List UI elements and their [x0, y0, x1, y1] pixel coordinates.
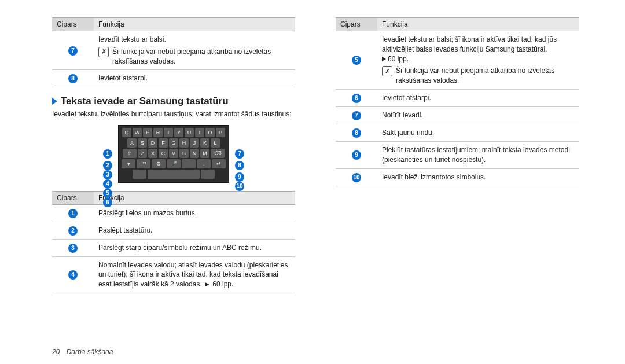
- row-number-badge: 1: [68, 209, 78, 218]
- table-row: 5Ievadiet tekstu ar balsi; šī ikona ir a…: [336, 31, 579, 90]
- table-row: 10Ievadīt bieži izmantotos simbolus.: [336, 168, 579, 186]
- keyboard-key: [148, 170, 200, 179]
- table-row: 7Notīrīt ievadi.: [336, 106, 579, 124]
- row-number-badge: 4: [68, 270, 78, 280]
- section-heading: Teksta ievade ar Samsung tastatūru: [52, 95, 295, 107]
- link-text: 60 lpp.: [388, 55, 409, 63]
- keyboard-key: C: [159, 149, 168, 158]
- th-funkcija: Funkcija: [377, 18, 579, 31]
- keyboard-key: Q: [122, 128, 131, 137]
- keyboard-key: G: [169, 138, 178, 148]
- note-text: Šī funkcija var nebūt pieejama atkarībā …: [112, 47, 291, 67]
- callout-3: 3: [103, 170, 112, 179]
- row-number-badge: 9: [352, 150, 361, 160]
- chevron-right-icon: [52, 98, 57, 105]
- keyboard-key: ⇧: [123, 149, 137, 158]
- th-funkcija: Funkcija: [94, 18, 295, 31]
- note-icon: ✗: [98, 47, 109, 57]
- keyboard-key: L: [211, 138, 220, 148]
- keyboard-key: E: [143, 128, 152, 137]
- callout-9: 9: [235, 172, 244, 182]
- keyboard-key: .: [197, 159, 211, 168]
- keyboard-key: A: [127, 138, 137, 148]
- table-row: 6Ievietot atstarpi.: [336, 89, 579, 106]
- left-column: Cipars Funkcija 7Ievadīt tekstu ar balsi…: [52, 17, 295, 324]
- table-row: 9Piekļūt tastatūras iestatījumiem; mainī…: [336, 141, 579, 168]
- keyboard-key: ⚙: [152, 159, 166, 168]
- table-row: 7Ievadīt tekstu ar balsi.✗Šī funkcija va…: [52, 31, 295, 70]
- section-title-text: Teksta ievade ar Samsung tastatūru: [61, 95, 229, 106]
- cell-text: Notīrīt ievadi.: [382, 111, 574, 120]
- cell-text: Ievadīt tekstu ar balsi.: [98, 35, 291, 45]
- keyboard-key: Z: [138, 149, 147, 158]
- keyboard-key: [201, 170, 215, 179]
- keyboard-key: K: [200, 138, 209, 148]
- virtual-keyboard: QWERTYUIOP ASDFGHJKL ⇧ZXCVBNM⌫ ▾⁞²³⚙🎤.↵: [118, 125, 229, 183]
- callout-8: 8: [235, 161, 244, 170]
- table-left-bottom: Cipars Funkcija 1Pārslēgt lielos un mazo…: [52, 191, 295, 293]
- keyboard-key: V: [169, 149, 178, 158]
- row-number-badge: 5: [352, 56, 361, 65]
- section-intro: Ievadiet tekstu, izvēloties burtciparu t…: [52, 109, 295, 119]
- keyboard-key: M: [200, 149, 209, 158]
- page-footer: 20 Darba sākšana: [52, 348, 113, 356]
- callout-2: 2: [103, 161, 112, 170]
- keyboard-key: ⌫: [211, 149, 225, 158]
- row-number-badge: 7: [68, 46, 78, 56]
- keyboard-key: H: [179, 138, 189, 148]
- row-number-badge: 3: [68, 244, 78, 253]
- row-number-badge: 2: [68, 226, 78, 236]
- callout-4: 4: [103, 179, 112, 189]
- th-cipars: Cipars: [52, 18, 94, 31]
- cell-text: Pārslēgt lielos un mazos burtus.: [94, 204, 295, 222]
- keyboard-key: [133, 170, 146, 179]
- keyboard-key: N: [190, 149, 199, 158]
- keyboard-key: T: [164, 128, 173, 137]
- page-number: 20: [52, 348, 60, 356]
- keyboard-key: J: [190, 138, 199, 148]
- callout-1: 1: [103, 149, 112, 159]
- keyboard-key: I: [195, 128, 204, 137]
- callout-7: 7: [235, 149, 244, 159]
- keyboard-key: S: [138, 138, 147, 148]
- cell-text: Pārslēgt starp ciparu/simbolu režīmu un …: [94, 239, 295, 256]
- keyboard-key: U: [185, 128, 194, 137]
- keyboard-key: [182, 159, 196, 168]
- keyboard-key: R: [153, 128, 163, 137]
- row-number-badge: 6: [352, 94, 361, 103]
- cell-text: Ievietot atstarpi.: [382, 93, 574, 103]
- cell-text: Nomainīt ievades valodu; atlasīt ievades…: [94, 256, 295, 293]
- right-column: Cipars Funkcija 5Ievadiet tekstu ar bals…: [336, 17, 579, 324]
- cell-text: Paslēpt tastatūru.: [94, 222, 295, 239]
- cell-text: Piekļūt tastatūras iestatījumiem; mainīt…: [382, 145, 574, 165]
- keyboard-key: D: [148, 138, 157, 148]
- th-cipars: Cipars: [52, 191, 94, 204]
- table-row: 2Paslēpt tastatūru.: [52, 222, 295, 239]
- table-right: Cipars Funkcija 5Ievadiet tekstu ar bals…: [336, 17, 579, 186]
- keyboard-figure: QWERTYUIOP ASDFGHJKL ⇧ZXCVBNM⌫ ▾⁞²³⚙🎤.↵ …: [52, 125, 295, 183]
- table-row: 1Pārslēgt lielos un mazos burtus.: [52, 204, 295, 222]
- table-row: 8Sākt jaunu rindu.: [336, 124, 579, 141]
- table-row: 4Nomainīt ievades valodu; atlasīt ievade…: [52, 256, 295, 293]
- table-row: 3Pārslēgt starp ciparu/simbolu režīmu un…: [52, 239, 295, 256]
- callout-10: 10: [235, 182, 244, 191]
- keyboard-key: O: [205, 128, 215, 137]
- keyboard-key: Y: [174, 128, 183, 137]
- keyboard-key: ▾: [122, 159, 135, 168]
- cell-text: Ievietot atstarpi.: [98, 73, 291, 83]
- row-number-badge: 8: [68, 74, 78, 83]
- th-funkcija: Funkcija: [94, 191, 295, 204]
- row-number-badge: 8: [352, 128, 361, 138]
- keyboard-key: W: [133, 128, 142, 137]
- keyboard-key: X: [148, 149, 157, 158]
- triangle-icon: [382, 57, 386, 61]
- keyboard-key: ↵: [212, 159, 226, 168]
- keyboard-key: B: [179, 149, 189, 158]
- keyboard-key: ⁞²³: [137, 159, 150, 168]
- table-row: 8Ievietot atstarpi.: [52, 70, 295, 87]
- cell-text: Ievadiet tekstu ar balsi; šī ikona ir ak…: [382, 35, 574, 54]
- th-cipars: Cipars: [336, 18, 377, 31]
- keyboard-key: F: [159, 138, 168, 148]
- cell-text: Ievadīt bieži izmantotos simbolus.: [382, 172, 574, 182]
- note-icon: ✗: [382, 66, 392, 76]
